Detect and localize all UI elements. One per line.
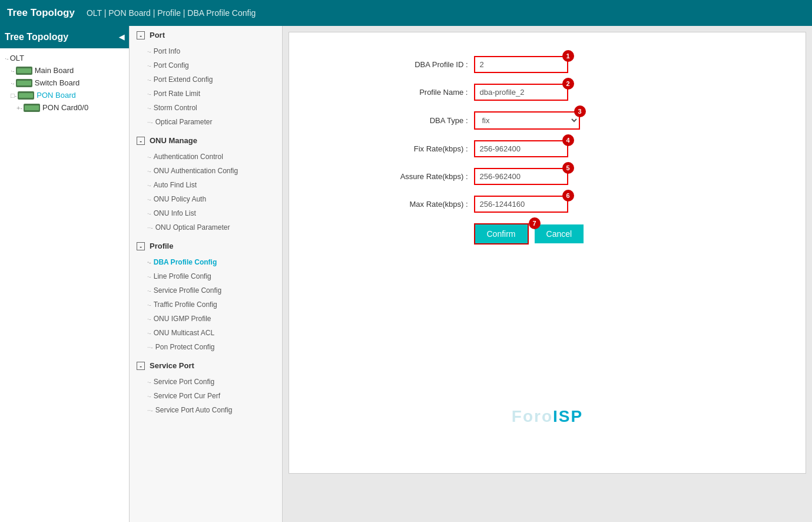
tree-node-pon-card[interactable]: +- PON Card0/0 [14,101,127,114]
tree-node-switch-board[interactable]: ·- Switch Board [8,77,127,89]
form-area: DBA Profile ID : 1 Profile Name : 2 [356,56,739,245]
nav-section-service-port: - Service Port ·- Service Port Config ·-… [130,356,282,417]
nav-section-header-service-port[interactable]: - Service Port [130,356,282,375]
select-dba-type[interactable]: fix assure max fix+assure assure+max fix… [474,111,580,130]
tree-prefix: ·- [5,55,9,62]
input-assure-rate[interactable] [474,168,568,185]
input-wrapper-max-rate: 6 [474,196,568,213]
nav-prefix: ·- [147,392,151,399]
nav-item-authentication-control[interactable]: ·- Authentication Control [130,150,282,164]
confirm-btn-wrapper: Confirm 7 [474,223,535,245]
nav-item-onu-policy-auth[interactable]: ·- ONU Policy Auth [130,192,282,206]
nav-label-traffic-profile-config: Traffic Profile Config [154,300,217,309]
tree-node-main-board[interactable]: ·- Main Board [8,64,127,77]
section-collapse-icon: - [137,362,145,370]
app-title: Tree Topology [7,7,75,19]
nav-label-dba-profile-config: DBA Profile Config [154,258,217,266]
form-row-assure-rate: Assure Rate(kbps) : 5 [356,168,739,185]
button-row: Confirm 7 Cancel [474,223,739,245]
nav-prefix: ·- [147,104,151,111]
nav-item-onu-multicast-acl[interactable]: ·- ONU Multicast ACL [130,326,282,340]
nav-prefix: ·- [147,315,151,322]
nav-prefix: ·- [147,287,151,294]
nav-prefix: ·- [147,90,151,97]
nav-label-onu-info-list: ONU Info List [154,209,196,217]
nav-label-service-port-cur-perf: Service Port Cur Perf [154,392,220,400]
nav-prefix: ·- [147,329,151,336]
nav-item-traffic-profile-config[interactable]: ·- Traffic Profile Config [130,298,282,312]
nav-item-service-profile-config[interactable]: ·- Service Profile Config [130,283,282,298]
badge-2: 2 [562,78,574,90]
tree-prefix: □- [11,92,16,99]
input-wrapper-dba-type: fix assure max fix+assure assure+max fix… [474,111,580,130]
input-profile-name[interactable] [474,84,568,101]
nav-item-onu-igmp-profile[interactable]: ·- ONU IGMP Profile [130,312,282,326]
tree-label-main-board: Main Board [35,66,74,75]
nav-label-line-profile-config: Line Profile Config [154,272,211,280]
nav-item-dba-profile-config[interactable]: ·- DBA Profile Config [130,255,282,269]
nav-label-auto-find-list: Auto Find List [154,181,197,189]
nav-prefix: ··- [147,224,153,231]
nav-item-service-port-config[interactable]: ·- Service Port Config [130,375,282,389]
nav-label-storm-control: Storm Control [154,104,197,112]
nav-item-port-config[interactable]: ·- Port Config [130,58,282,72]
nav-label-onu-optical-param: ONU Optical Parameter [155,223,230,232]
tree-prefix: ·- [11,67,15,74]
nav-item-line-profile-config[interactable]: ·- Line Profile Config [130,269,282,283]
nav-prefix: ·- [147,167,151,174]
nav-item-onu-auth-config[interactable]: ·- ONU Authentication Config [130,164,282,178]
badge-3: 3 [574,105,586,117]
input-fix-rate[interactable] [474,140,568,157]
tree-node-pon-board[interactable]: □- PON Board [8,89,127,101]
label-max-rate: Max Rate(kbps) : [356,200,474,209]
nav-item-port-info[interactable]: ·- Port Info [130,44,282,58]
nav-label-port-extend-config: Port Extend Config [154,75,213,84]
badge-6: 6 [562,190,574,201]
tree-chevron-icon[interactable]: ◀ [119,33,124,41]
nav-item-onu-optical-param[interactable]: ··- ONU Optical Parameter [130,220,282,234]
nav-prefix: ··- [147,118,153,125]
watermark: ForoISP [512,407,583,426]
nav-prefix: ·- [147,76,151,83]
input-wrapper-dba-profile-id: 1 [474,56,568,73]
nav-prefix: ·- [147,273,151,280]
tree-container: ·- OLT ·- Main Board ·- Switch Board □- … [0,48,129,117]
nav-item-port-rate-limit[interactable]: ·- Port Rate Limit [130,87,282,101]
nav-item-auto-find-list[interactable]: ·- Auto Find List [130,178,282,192]
content-box: DBA Profile ID : 1 Profile Name : 2 [289,32,806,474]
confirm-button[interactable]: Confirm [474,223,529,245]
header: Tree Topology OLT | PON Board | Profile … [0,0,812,26]
tree-label-olt: OLT [10,54,24,62]
tree-node-olt[interactable]: ·- OLT [2,52,127,64]
input-dba-profile-id[interactable] [474,56,568,73]
nav-label-onu-auth-config: ONU Authentication Config [154,167,238,175]
tree-title: Tree Topology [5,32,68,42]
nav-item-pon-protect-config[interactable]: ··- Pon Protect Config [130,340,282,354]
section-label-port: Port [150,31,165,39]
form-row-dba-type: DBA Type : fix assure max fix+assure ass… [356,111,739,130]
nav-label-optical-parameter: Optical Parameter [155,118,213,126]
nav-item-storm-control[interactable]: ·- Storm Control [130,101,282,115]
nav-section-header-profile[interactable]: - Profile [130,237,282,255]
nav-prefix: ·- [147,301,151,308]
nav-section-port: - Port ·- Port Info ·- Port Config ·- Po… [130,26,282,129]
input-wrapper-fix-rate: 4 [474,140,568,157]
nav-item-port-extend-config[interactable]: ·- Port Extend Config [130,72,282,87]
nav-label-authentication-control: Authentication Control [154,153,223,161]
nav-item-optical-parameter[interactable]: ··- Optical Parameter [130,115,282,129]
nav-prefix: ·- [147,153,151,160]
main-content: DBA Profile ID : 1 Profile Name : 2 [283,26,812,522]
nav-item-service-port-auto-config[interactable]: ··- Service Port Auto Config [130,403,282,417]
cancel-button[interactable]: Cancel [535,224,584,243]
nav-label-service-profile-config: Service Profile Config [154,286,221,295]
nav-section-header-port[interactable]: - Port [130,26,282,44]
nav-section-header-onu-manage[interactable]: - ONU Manage [130,131,282,150]
label-profile-name: Profile Name : [356,88,474,97]
tree-prefix: +- [16,104,22,111]
input-max-rate[interactable] [474,196,568,213]
label-dba-profile-id: DBA Profile ID : [356,60,474,69]
nav-prefix: ··- [147,343,153,351]
nav-item-service-port-cur-perf[interactable]: ·- Service Port Cur Perf [130,389,282,403]
badge-5: 5 [562,162,574,174]
nav-item-onu-info-list[interactable]: ·- ONU Info List [130,206,282,220]
